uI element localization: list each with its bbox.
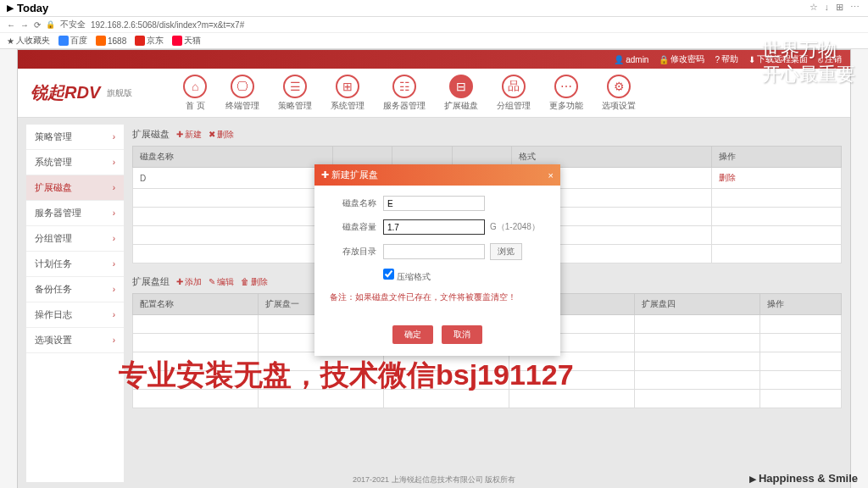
sidebar-item-opt[interactable]: 选项设置› (26, 328, 124, 353)
size-hint: G（1-2048） (490, 221, 540, 233)
ok-button[interactable]: 确定 (392, 325, 433, 344)
sidebar-item-server[interactable]: 服务器管理› (26, 201, 124, 226)
address-bar: ←→⟳ 🔒 不安全 192.168.2.6:5068/disk/index?m=… (0, 17, 868, 33)
logo: 锐起RDV (31, 81, 100, 104)
bookmark-baidu[interactable]: 百度 (58, 35, 87, 47)
top-banner: 👤admin 🔒修改密码 ?帮助 ⬇下载远程桌面 ⎋注销 (18, 50, 850, 69)
close-icon[interactable]: × (548, 170, 554, 180)
sidebar-item-log[interactable]: 操作日志› (26, 302, 124, 328)
add2-button[interactable]: ✚添加 (176, 276, 202, 288)
server-icon: ☷ (392, 75, 416, 98)
modify-pwd-link[interactable]: 🔒修改密码 (659, 53, 704, 65)
user-link[interactable]: 👤admin (614, 55, 648, 64)
logo-sub: 旗舰版 (107, 87, 132, 99)
sidebar: 策略管理› 系统管理› 扩展磁盘› 服务器管理› 分组管理› 计划任务› 备份任… (26, 125, 124, 482)
modal-title: ✚ 新建扩展盘 (321, 169, 378, 181)
grid-icon: ⊞ (336, 75, 359, 98)
cancel-button[interactable]: 取消 (442, 325, 482, 344)
nav-home[interactable]: ⌂首 页 (183, 75, 207, 112)
disk-name-input[interactable] (383, 196, 485, 211)
nav: ⌂首 页 🖵终端管理 ☰策略管理 ⊞系统管理 ☷服务器管理 ⊟扩展磁盘 品分组管… (183, 75, 636, 112)
more-icon: ⋯ (554, 75, 578, 98)
add-button[interactable]: ✚新建 (176, 129, 202, 141)
bookmark-tmall[interactable]: 天猫 (172, 35, 201, 47)
sidebar-item-backup[interactable]: 备份任务› (26, 277, 124, 302)
copyright: 2017-2021 上海锐起信息技术有限公司 版权所有 (18, 474, 850, 485)
sidebar-item-group[interactable]: 分组管理› (26, 226, 124, 252)
download-link[interactable]: ⬇下载远程桌面 (748, 53, 808, 65)
browser-controls: ☆↓⊞⋯ (810, 2, 860, 13)
header: 锐起RDV 旗舰版 ⌂首 页 🖵终端管理 ☰策略管理 ⊞系统管理 ☷服务器管理 … (18, 69, 850, 118)
warning-text: 备注：如果磁盘文件已存在，文件将被覆盖清空！ (330, 291, 545, 303)
sidebar-item-system[interactable]: 系统管理› (26, 150, 124, 175)
disk-path-input[interactable] (383, 244, 485, 259)
bookmarks-bar: ★人收藏夹 百度 1688 京东 天猫 (0, 33, 868, 49)
nav-terminal[interactable]: 🖵终端管理 (225, 75, 259, 112)
nav-options[interactable]: ⚙选项设置 (602, 75, 636, 112)
browse-button[interactable]: 浏览 (490, 243, 522, 260)
disk-size-input[interactable] (383, 219, 485, 235)
disk-path-label: 存放目录 (330, 246, 376, 258)
nav-more[interactable]: ⋯更多功能 (549, 75, 583, 112)
section1-title: 扩展磁盘 (132, 128, 170, 141)
sidebar-item-policy[interactable]: 策略管理› (26, 125, 124, 150)
happiness-bar: ▶Happiness & Smile (749, 472, 858, 485)
sidebar-item-plan[interactable]: 计划任务› (26, 252, 124, 277)
bookmark-1688[interactable]: 1688 (96, 36, 126, 46)
disk-name-label: 磁盘名称 (330, 197, 376, 209)
app-frame: 👤admin 🔒修改密码 ?帮助 ⬇下载远程桌面 ⎋注销 锐起RDV 旗舰版 ⌂… (17, 49, 851, 488)
help-link[interactable]: ?帮助 (715, 53, 738, 65)
disk-icon: ⊟ (449, 75, 473, 98)
security-label: 不安全 (60, 19, 86, 30)
bookmark-fav[interactable]: ★人收藏夹 (7, 35, 50, 47)
compress-checkbox[interactable]: 压缩格式 (383, 272, 431, 281)
nav-disk[interactable]: ⊟扩展磁盘 (444, 75, 478, 112)
modal-new-disk: ✚ 新建扩展盘 × 磁盘名称 磁盘容量G（1-2048） 存放目录浏览 压缩格式… (314, 164, 560, 356)
logout-link[interactable]: ⎋注销 (818, 53, 842, 65)
nav-server[interactable]: ☷服务器管理 (383, 75, 426, 112)
edit-button[interactable]: ✎编辑 (209, 276, 234, 288)
nav-policy[interactable]: ☰策略管理 (278, 75, 312, 112)
nav-group[interactable]: 品分组管理 (497, 75, 531, 112)
sidebar-item-disk[interactable]: 扩展磁盘› (26, 175, 124, 201)
section2-title: 扩展盘组 (132, 275, 170, 288)
lock-icon: 🔒 (46, 20, 55, 29)
nav-system[interactable]: ⊞系统管理 (331, 75, 364, 112)
url-text[interactable]: 192.168.2.6:5068/disk/index?m=x&t=x7# (91, 20, 244, 30)
del-button[interactable]: ✖删除 (209, 129, 234, 141)
del2-button[interactable]: 🗑删除 (241, 276, 268, 288)
today-bar: ▶Today (0, 0, 868, 17)
disk-size-label: 磁盘容量 (330, 221, 376, 233)
bookmark-jd[interactable]: 京东 (135, 35, 164, 47)
gear-icon: ⚙ (607, 75, 631, 98)
tree-icon: 品 (502, 75, 526, 98)
list-icon: ☰ (283, 75, 307, 98)
monitor-icon: 🖵 (231, 75, 254, 98)
home-icon: ⌂ (183, 75, 207, 98)
